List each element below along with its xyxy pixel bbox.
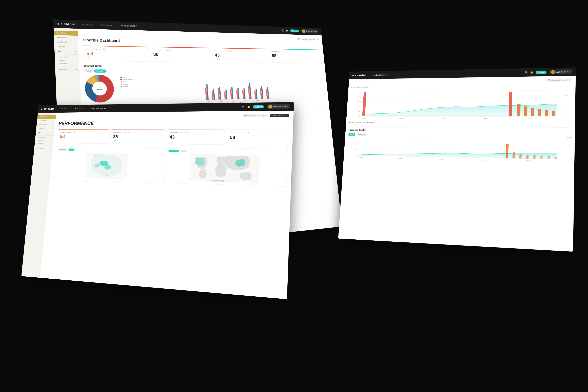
china-tab-china[interactable]: China [68,148,74,151]
arrow-up-icon-3: ↑ [169,140,170,142]
pie-chart: 15.96 58.07% [84,74,114,103]
sidebar-sub-competitors[interactable]: Competitors [55,62,79,66]
china-map-svg: 0 500 1000 km [55,152,161,180]
kpi-top10-change: ↑ +1 [215,58,265,60]
scene: ● sinorbis ✏ PUBLISH ⚡ ENGAGE ⊙ MEASUREM… [0,0,588,392]
arrow-up-icon: ↑ [215,58,216,60]
edit-icon-2: ✏ [60,108,62,110]
crawl-nav: ⊙ MEASUREMENT [372,74,389,76]
kpi-bar-red-1 [150,47,209,48]
svg-text:20: 20 [359,106,360,107]
svg-text:15: 15 [356,149,358,150]
svg-text:29 Aug: 29 Aug [526,160,531,162]
svg-line-89 [360,143,562,145]
crawl-nav-measurement[interactable]: ⊙ MEASUREMENT [372,74,389,76]
crawl-logo: ● sinorbis [352,74,367,77]
nav-engage[interactable]: ⚡ ENGAGE [100,24,113,26]
svg-rect-96 [512,152,515,158]
google-desktop-badge[interactable]: GOOGLE DESKTOP [270,114,289,117]
svg-text:20: 20 [565,95,567,96]
perf-sidebar-optimise[interactable]: OPTIMISE ▾ [37,119,55,123]
user-badge[interactable]: 🌿 Maple hill.uni.cn ▾ [301,29,319,34]
sidebar-item-settings[interactable]: SETTINGS ▾ [55,67,80,72]
chevron-icon: ▾ [53,116,54,118]
perf-sidebar-crawl[interactable]: CRAWL+ ▾ [36,127,55,131]
support-button[interactable]: Support [290,30,299,32]
dropdown-arrow-icon[interactable]: ▾ [570,136,571,138]
user-badge-2[interactable]: 🌿 Maple hill.uni.cn ▾ [266,104,290,109]
svg-text:01 Aug: 01 Aug [362,117,366,119]
perf-date-range[interactable]: 📅 01 Aug 2023 - 31 Aug 2023 [242,114,268,118]
nav-measurement[interactable]: ⊙ MEASUREMENT [118,24,137,27]
svg-text:2000: 2000 [213,181,215,182]
svg-text:30: 30 [359,101,361,103]
performance-layout: CONTENT ▾ OPTIMISE ▾ ANALYTICS ▾ CRAWL+ … [21,111,294,299]
chevron-icon: ▾ [52,128,52,130]
legend-referral: Referral [121,84,133,85]
world-tab-international[interactable]: International [168,150,179,152]
svg-line-9 [203,81,271,81]
svg-text:40: 40 [359,96,361,98]
username: Maple hill.uni.cn [306,30,316,32]
world-map-panel: International China [164,148,288,187]
info-icon: i [285,51,287,52]
kpi-top10: Keywords in top 10 i 43 ↑ +1 [212,48,268,62]
svg-rect-76 [362,92,366,116]
world-map-tabs: International China [168,150,285,154]
perf-kpi-top30-label: Keywords in top 30 i [230,132,285,134]
perf-nav-measurement[interactable]: ⊙ MEASUREMENT [89,107,106,110]
world-tab-china[interactable]: China [180,150,187,152]
toggle-dist-2[interactable]: Distribution [357,133,367,136]
info-icon-4: i [128,132,129,133]
perf-sub-competitors[interactable]: Competitors [34,142,53,145]
toggle-trend[interactable]: Trend [84,70,93,72]
all-filter[interactable]: All [317,39,319,40]
chat-icon: ⚡ [100,24,102,26]
sidebar-item-crawl[interactable]: CRAWL+ ▾ [54,44,79,49]
perf-sub-keywords[interactable]: Keywords [35,139,53,142]
chat-icon-2: ⚡ [74,108,77,110]
arrow-up-icon-4: ↑ [229,140,230,142]
crawl-date-range[interactable]: 📅 01 Aug 2023 - 31 Aug 2023 [546,78,572,82]
sidebar-item-seo[interactable]: SEO ▾ [54,49,79,54]
dot-crawled [364,122,365,123]
search-icon-2[interactable]: 🔍 [242,106,245,108]
svg-rect-99 [534,155,536,159]
perf-nav-publish[interactable]: ✏ PUBLISH [60,108,70,110]
support-button-2[interactable]: Support [253,105,264,108]
kpi-top30-change: ↑ +5 [272,58,319,61]
svg-line-8 [202,76,270,76]
china-tab-international[interactable]: International [58,148,67,151]
date-range[interactable]: 📅 01 Aug 2023 - 31 Aug 2023 [296,38,316,41]
bell-icon[interactable]: 🔔 [286,30,288,32]
nav-publish[interactable]: ✏ PUBLISH [82,23,94,26]
svg-rect-80 [531,108,534,116]
perf-sidebar-analytics[interactable]: ANALYTICS ▾ [36,123,55,127]
svg-line-63 [362,100,563,102]
search-icon[interactable]: 🔍 [281,29,284,32]
perf-sidebar-seo[interactable]: SEO ▾ [36,130,54,134]
bell-icon-3[interactable]: 🔔 [530,71,533,74]
user-badge-3[interactable]: 🌿 Maple hill.uni.cn ▾ [549,69,572,74]
toggle-distribution[interactable]: Distribution [94,70,107,72]
sidebar-item-content[interactable]: CONTENT ▾ [54,30,78,36]
perf-top10-change: ↑ +1 [169,140,221,142]
perf-sub-ranking[interactable]: Search Ranking [35,136,54,139]
pie-container: 15.96 58.07% [84,74,118,104]
search-icon-3[interactable]: 🔍 [525,71,528,74]
perf-sidebar-content[interactable]: CONTENT ▾ [37,115,56,119]
kpi-top30: Keywords in top 30 i 58 ↑ +5 [269,48,321,63]
sidebar-item-optimise[interactable]: OPTIMISE ▾ [54,35,78,40]
perf-nav-engage[interactable]: ⚡ ENGAGE [74,108,85,110]
sidebar-item-analytics[interactable]: ANALYTICS ▾ [54,40,78,45]
channel-toggle: Trend Distribution [348,133,367,136]
avatar-2: 🌿 [268,105,272,108]
svg-line-62 [363,95,563,97]
toggle-trend-2[interactable]: Trend [348,133,356,136]
bell-icon-2[interactable]: 🔔 [247,106,250,108]
perf-sidebar-settings[interactable]: SETTINGS ▾ [34,146,53,151]
perf-kpi-top5: Keywords in top 5 i 36 ↑ +6 [110,130,165,144]
sidebar-sub-ranking[interactable]: Search Ranking [54,55,79,59]
sidebar-sub-keywords[interactable]: Keywords [55,59,79,62]
support-button-3[interactable]: Support [536,70,547,74]
